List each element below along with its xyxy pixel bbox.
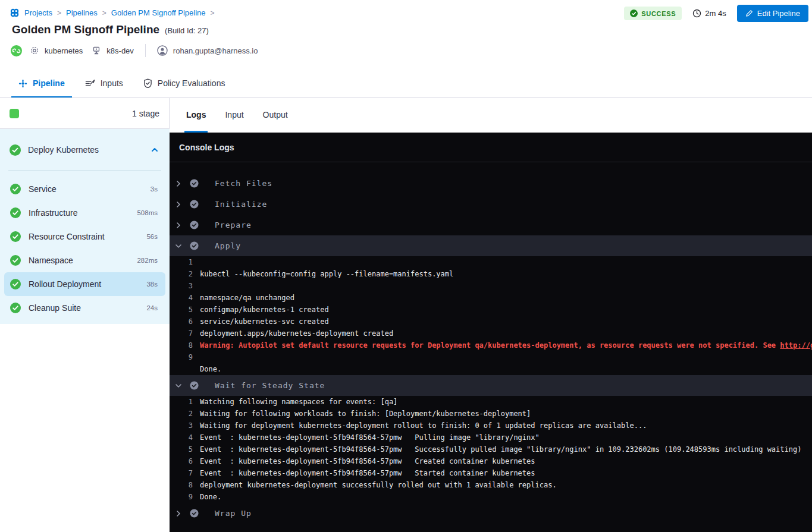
log-line-text: Event : kubernetes-deployment-5fb94f8564… xyxy=(200,432,540,443)
log-line-text: Event : kubernetes-deployment-5fb94f8564… xyxy=(200,455,535,467)
tab-pipeline[interactable]: Pipeline xyxy=(11,70,72,97)
log-line-text: Watching following namespaces for events… xyxy=(200,396,397,408)
log-line-text: kubectl --kubeconfig=config apply --file… xyxy=(200,268,453,280)
status-badge: SUCCESS xyxy=(624,7,682,20)
log-lines: 1 2 kubectl --kubeconfig=config apply --… xyxy=(170,256,812,375)
chevron-icon[interactable] xyxy=(174,510,183,517)
log-section-title: Wait for Steady State xyxy=(215,381,325,390)
step-success-icon xyxy=(10,255,21,266)
log-section-header[interactable]: Wait for Steady State xyxy=(170,375,812,396)
step-row[interactable]: Namespace 282ms xyxy=(4,248,165,272)
tab-logs[interactable]: Logs xyxy=(184,98,208,133)
log-line-text: Event : kubernetes-deployment-5fb94f8564… xyxy=(200,467,535,479)
tab-output[interactable]: Output xyxy=(261,98,290,133)
cd-module-icon xyxy=(11,45,22,56)
page-title: Golden PM Signoff Pipeline xyxy=(12,23,159,36)
trigger-user-email: rohan.gupta@harness.io xyxy=(173,46,258,55)
log-tab-bar: Logs Input Output xyxy=(170,98,812,133)
step-row[interactable]: Rollout Deployment 38s xyxy=(4,272,165,296)
log-line: 1 xyxy=(170,256,812,268)
chevron-up-icon[interactable] xyxy=(151,146,159,154)
chevron-icon[interactable] xyxy=(174,382,183,389)
pipeline-execution-page: Projects > Pipelines > Golden PM Signoff… xyxy=(0,0,812,532)
pipeline-meta-row: kubernetes k8s-dev rohan.gupta@harness.i… xyxy=(0,36,812,57)
log-line-text: configmap/kubernetes-1 created xyxy=(200,304,329,316)
step-row[interactable]: Infrastructure 508ms xyxy=(4,201,165,225)
breadcrumb-link[interactable]: Pipelines xyxy=(66,8,98,17)
log-line-number: 7 xyxy=(170,328,193,339)
log-line: 1 Watching following namespaces for even… xyxy=(170,396,812,408)
log-line-number: 6 xyxy=(170,455,193,467)
breadcrumb-link[interactable]: Projects xyxy=(24,8,52,17)
clock-icon xyxy=(692,9,701,18)
log-line-text: Event : kubernetes-deployment-5fb94f8564… xyxy=(200,443,801,455)
section-success-icon xyxy=(190,381,199,390)
log-section-title: Prepare xyxy=(215,221,252,229)
log-line-number: 5 xyxy=(170,443,193,455)
breadcrumb-separator: > xyxy=(57,9,61,17)
tab-pipeline-label: Pipeline xyxy=(33,78,65,88)
log-line: 8 deployment kubernetes-deployment succe… xyxy=(170,479,812,491)
step-row[interactable]: Resource Constraint 56s xyxy=(4,225,165,248)
stage-success-icon xyxy=(10,144,21,156)
log-line: 7 deployment.apps/kubernetes-deployment … xyxy=(170,328,812,339)
log-line-number: 8 xyxy=(170,479,193,491)
step-success-icon xyxy=(10,303,21,313)
log-section-header[interactable]: Fetch Files xyxy=(170,173,812,194)
tab-input[interactable]: Input xyxy=(223,98,245,133)
breadcrumb-link[interactable]: Golden PM Signoff Pipeline xyxy=(111,8,206,17)
chevron-icon[interactable] xyxy=(174,222,183,229)
log-line-text: Waiting for following workloads to finis… xyxy=(200,408,531,420)
log-line: 6 service/kubernetes-svc created xyxy=(170,316,812,328)
log-line-number: 1 xyxy=(170,256,193,268)
step-duration: 38s xyxy=(146,281,158,288)
log-section-title: Initialize xyxy=(215,200,267,209)
chevron-icon[interactable] xyxy=(174,180,183,187)
log-section-header[interactable]: Wrap Up xyxy=(170,503,812,524)
log-line-number: 9 xyxy=(170,491,193,503)
status-badge-label: SUCCESS xyxy=(641,10,676,17)
log-line-text: Warning: Autopilot set default resource … xyxy=(200,339,812,351)
breadcrumb-item: Projects > xyxy=(24,8,61,17)
tab-inputs-label: Inputs xyxy=(101,78,123,88)
log-line: 6 Event : kubernetes-deployment-5fb94f85… xyxy=(170,455,812,467)
log-section-header[interactable]: Apply xyxy=(170,235,812,256)
step-row[interactable]: Service 3s xyxy=(4,177,165,201)
pencil-icon xyxy=(745,10,753,17)
log-line: 9 xyxy=(170,351,812,363)
log-line-text: service/kubernetes-svc created xyxy=(200,316,329,328)
service-name[interactable]: kubernetes xyxy=(45,46,83,55)
log-section: Wrap Up xyxy=(170,503,812,524)
step-duration: 282ms xyxy=(137,257,158,264)
chevron-icon[interactable] xyxy=(174,243,183,250)
log-line: 8 Warning: Autopilot set default resourc… xyxy=(170,339,812,351)
stage-header-deploy-kubernetes[interactable]: Deploy Kubernetes xyxy=(0,129,170,171)
warning-doc-link[interactable]: http://g xyxy=(780,341,812,350)
log-line: 3 Waiting for deployment kubernetes-depl… xyxy=(170,420,812,432)
environment-name[interactable]: k8s-dev xyxy=(106,46,134,55)
tab-policy-evaluations-label: Policy Evaluations xyxy=(158,78,225,88)
step-list: Service 3s Infrastructure 508ms Resource… xyxy=(0,171,170,324)
stage-name: Deploy Kubernetes xyxy=(28,145,99,155)
log-line-number: 8 xyxy=(170,339,193,351)
user-icon xyxy=(157,45,168,56)
edit-pipeline-button[interactable]: Edit Pipeline xyxy=(737,5,808,22)
log-line: 2 kubectl --kubeconfig=config apply --fi… xyxy=(170,268,812,280)
inputs-icon xyxy=(85,79,95,88)
log-section-header[interactable]: Prepare xyxy=(170,215,812,235)
execution-duration: 2m 4s xyxy=(692,9,726,18)
log-line-number: 4 xyxy=(170,292,193,304)
log-line-text: deployment.apps/kubernetes-deployment cr… xyxy=(200,328,393,339)
breadcrumb-item: Golden PM Signoff Pipeline > xyxy=(111,8,215,17)
tab-policy-evaluations[interactable]: Policy Evaluations xyxy=(136,70,233,97)
main-tab-bar: Pipeline Inputs Policy Evaluations xyxy=(0,70,812,98)
breadcrumb-item: Pipelines > xyxy=(66,8,106,17)
log-line: 9 Done. xyxy=(170,491,812,503)
log-line: 2 Waiting for following workloads to fin… xyxy=(170,408,812,420)
step-row[interactable]: Cleanup Suite 24s xyxy=(4,296,165,320)
console-header: Console Logs xyxy=(170,133,812,162)
chevron-icon[interactable] xyxy=(174,201,183,208)
tab-inputs[interactable]: Inputs xyxy=(78,70,130,97)
log-section-header[interactable]: Initialize xyxy=(170,194,812,215)
log-line: 7 Event : kubernetes-deployment-5fb94f85… xyxy=(170,467,812,479)
